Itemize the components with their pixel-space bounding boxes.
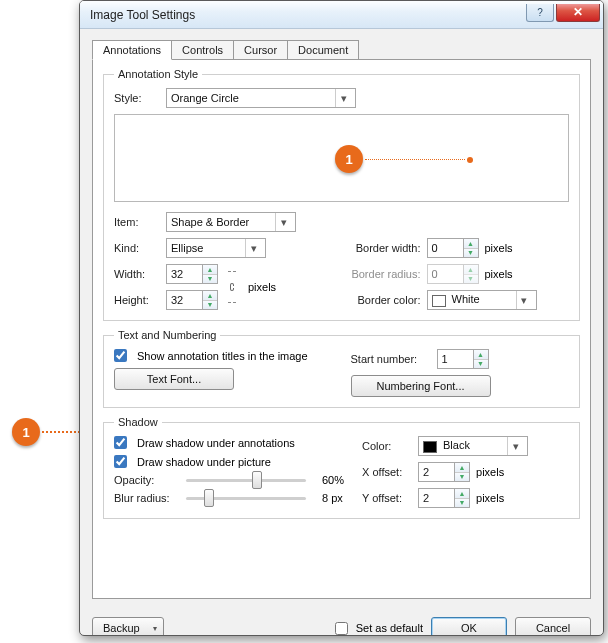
link-dimensions-icon[interactable] (226, 272, 240, 302)
border-radius-unit: pixels (485, 268, 513, 280)
legend-shadow: Shadow (114, 416, 162, 428)
shadow-annotations-label: Draw shadow under annotations (137, 437, 295, 449)
border-width-spin[interactable]: 0 ▲▼ (427, 238, 479, 258)
tab-panel-annotations: Annotation Style Style: Orange Circle ▾ … (92, 59, 591, 599)
yoffset-spin[interactable]: 2 ▲▼ (418, 488, 470, 508)
border-color-swatch (432, 295, 446, 307)
blur-value: 8 px (322, 492, 343, 504)
shadow-picture-label: Draw shadow under picture (137, 456, 271, 468)
close-button[interactable]: ✕ (556, 4, 600, 22)
kind-combo[interactable]: Ellipse ▾ (166, 238, 266, 258)
ok-button[interactable]: OK (431, 617, 507, 636)
set-default-label: Set as default (356, 622, 423, 634)
style-combo[interactable]: Orange Circle ▾ (166, 88, 356, 108)
blur-slider[interactable] (186, 497, 306, 500)
size-unit: pixels (248, 281, 276, 293)
shadow-annotations-checkbox[interactable] (114, 436, 127, 449)
border-width-label: Border width: (351, 242, 421, 254)
yoffset-label: Y offset: (362, 492, 412, 504)
width-spin[interactable]: 32 ▲▼ (166, 264, 218, 284)
group-text-numbering: Text and Numbering Show annotation title… (103, 329, 580, 408)
spin-buttons: ▲▼ (463, 264, 479, 284)
item-label: Item: (114, 216, 160, 228)
border-width-value[interactable]: 0 (427, 238, 463, 258)
style-preview: 1 (114, 114, 569, 202)
opacity-label: Opacity: (114, 474, 178, 486)
preview-endpoint (467, 157, 473, 163)
xoffset-unit: pixels (476, 466, 504, 478)
spin-buttons[interactable]: ▲▼ (202, 290, 218, 310)
preview-badge: 1 (335, 145, 363, 173)
backup-label: Backup (103, 622, 140, 634)
chevron-down-icon: ▾ (275, 213, 291, 231)
kind-label: Kind: (114, 242, 160, 254)
style-label: Style: (114, 92, 160, 104)
set-default-option[interactable]: Set as default (335, 622, 423, 635)
shadow-color-swatch (423, 441, 437, 453)
chevron-down-icon: ▾ (335, 89, 351, 107)
border-radius-value: 0 (427, 264, 463, 284)
spin-buttons[interactable]: ▲▼ (463, 238, 479, 258)
opacity-slider[interactable] (186, 479, 306, 482)
tab-annotations[interactable]: Annotations (92, 40, 172, 60)
xoffset-label: X offset: (362, 466, 412, 478)
legend-annotation-style: Annotation Style (114, 68, 202, 80)
cancel-button[interactable]: Cancel (515, 617, 591, 636)
spin-buttons[interactable]: ▲▼ (454, 462, 470, 482)
group-shadow: Shadow Draw shadow under annotations Dra… (103, 416, 580, 519)
window-title: Image Tool Settings (90, 8, 526, 22)
border-radius-spin: 0 ▲▼ (427, 264, 479, 284)
tab-strip: Annotations Controls Cursor Document (92, 39, 591, 59)
yoffset-unit: pixels (476, 492, 504, 504)
blur-label: Blur radius: (114, 492, 178, 504)
item-combo[interactable]: Shape & Border ▾ (166, 212, 296, 232)
help-button[interactable]: ? (526, 4, 554, 22)
xoffset-spin[interactable]: 2 ▲▼ (418, 462, 470, 482)
text-font-button[interactable]: Text Font... (114, 368, 234, 390)
title-bar: Image Tool Settings ? ✕ (80, 1, 603, 29)
tab-cursor[interactable]: Cursor (233, 40, 288, 60)
legend-text-numbering: Text and Numbering (114, 329, 220, 341)
spin-buttons[interactable]: ▲▼ (202, 264, 218, 284)
dialog-footer: Backup ▾ Set as default OK Cancel (80, 609, 603, 636)
border-width-unit: pixels (485, 242, 513, 254)
chevron-down-icon: ▾ (507, 437, 523, 455)
spin-buttons[interactable]: ▲▼ (473, 349, 489, 369)
height-value[interactable]: 32 (166, 290, 202, 310)
yoffset-value[interactable]: 2 (418, 488, 454, 508)
item-value: Shape & Border (171, 216, 249, 228)
width-label: Width: (114, 268, 160, 280)
border-color-combo[interactable]: White ▾ (427, 290, 537, 310)
start-number-label: Start number: (351, 353, 431, 365)
height-spin[interactable]: 32 ▲▼ (166, 290, 218, 310)
height-label: Height: (114, 294, 160, 306)
xoffset-value[interactable]: 2 (418, 462, 454, 482)
width-value[interactable]: 32 (166, 264, 202, 284)
backup-button[interactable]: Backup ▾ (92, 617, 164, 636)
numbering-font-button[interactable]: Numbering Font... (351, 375, 491, 397)
group-annotation-style: Annotation Style Style: Orange Circle ▾ … (103, 68, 580, 321)
kind-value: Ellipse (171, 242, 203, 254)
chevron-down-icon: ▾ (516, 291, 532, 309)
tab-document[interactable]: Document (287, 40, 359, 60)
tab-controls[interactable]: Controls (171, 40, 234, 60)
dialog-window: Image Tool Settings ? ✕ Annotations Cont… (79, 0, 604, 636)
style-value: Orange Circle (171, 92, 239, 104)
start-number-spin[interactable]: 1 ▲▼ (437, 349, 489, 369)
set-default-checkbox[interactable] (335, 622, 348, 635)
preview-leader (365, 159, 465, 160)
callout-badge: 1 (12, 418, 40, 446)
shadow-color-label: Color: (362, 440, 412, 452)
border-color-label: Border color: (351, 294, 421, 306)
show-titles-checkbox[interactable] (114, 349, 127, 362)
border-radius-label: Border radius: (351, 268, 421, 280)
opacity-value: 60% (322, 474, 344, 486)
chevron-down-icon: ▾ (153, 624, 157, 633)
spin-buttons[interactable]: ▲▼ (454, 488, 470, 508)
shadow-color-value: Black (443, 439, 470, 451)
shadow-color-combo[interactable]: Black ▾ (418, 436, 528, 456)
show-titles-label: Show annotation titles in the image (137, 350, 308, 362)
shadow-picture-checkbox[interactable] (114, 455, 127, 468)
start-number-value[interactable]: 1 (437, 349, 473, 369)
border-color-value: White (452, 293, 480, 305)
